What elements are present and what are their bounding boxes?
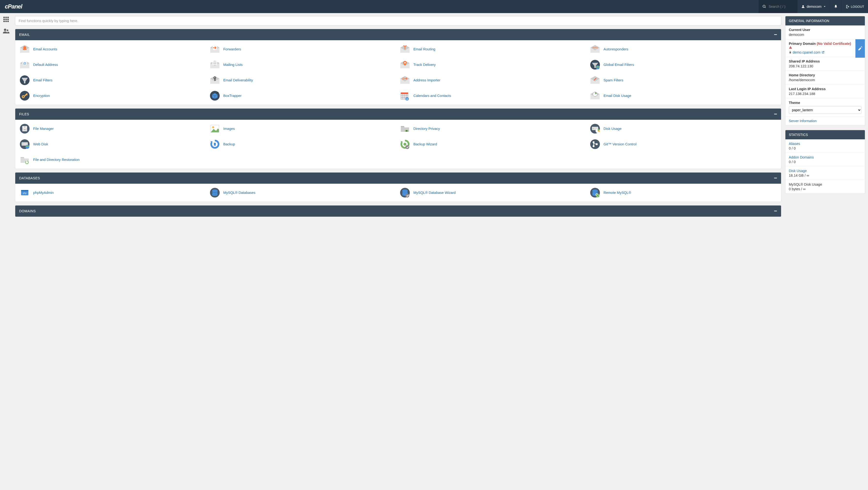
app-email-disk-usage[interactable]: Email Disk Usage: [589, 90, 777, 101]
app-phpmyadmin[interactable]: phpphpMyAdmin: [19, 187, 207, 198]
app-label: Email Accounts: [33, 47, 57, 51]
app-calendars-contacts[interactable]: @Calendars and Contacts: [399, 90, 587, 101]
svg-rect-8: [7, 19, 8, 20]
app-global-email-filters[interactable]: Global Email Filters: [589, 59, 777, 70]
svg-rect-51: [24, 129, 25, 130]
svg-rect-11: [7, 21, 8, 22]
lock-icon: [789, 50, 793, 54]
app-directory-privacy[interactable]: Directory Privacy: [399, 123, 587, 134]
theme-select[interactable]: paper_lantern: [789, 106, 862, 114]
app-disk-usage[interactable]: Disk Usage: [589, 123, 777, 134]
sidebar-home[interactable]: [2, 16, 10, 23]
picture-icon: [209, 123, 220, 134]
app-label: Email Disk Usage: [603, 94, 631, 98]
panel-header-email[interactable]: EMAIL −: [15, 29, 781, 40]
svg-text:@: @: [406, 98, 408, 100]
server-info-link[interactable]: Server Information: [789, 119, 817, 123]
sidebar-users[interactable]: [2, 27, 10, 35]
app-boxtrapper[interactable]: BoxTrapper: [209, 90, 397, 101]
disk-pie-icon: [589, 123, 600, 134]
disk-globe-icon: [19, 139, 30, 150]
app-label: Default Address: [33, 63, 58, 67]
search-icon: [763, 5, 766, 8]
app-label: Directory Privacy: [413, 127, 440, 131]
svg-point-65: [403, 143, 406, 146]
app-mailing-lists[interactable]: Mailing Lists: [209, 59, 397, 70]
collapse-icon[interactable]: −: [774, 112, 777, 117]
svg-point-82: [405, 194, 409, 198]
logout-icon: [846, 5, 849, 8]
external-link-icon[interactable]: [822, 50, 825, 54]
app-address-importer[interactable]: @Address Importer: [399, 75, 587, 86]
app-file-restoration[interactable]: File and Directory Restoration: [19, 154, 207, 165]
shared-ip-label: Shared IP Address: [789, 59, 862, 63]
app-backup-wizard[interactable]: Backup Wizard: [399, 139, 587, 150]
stat-addon-label[interactable]: Addon Domains: [789, 155, 862, 159]
panel-email: EMAIL − Email Accounts Forwarders Email …: [15, 29, 781, 105]
panel-title: FILES: [19, 112, 29, 116]
svg-rect-7: [5, 19, 6, 20]
app-label: Email Routing: [413, 47, 435, 51]
panel-header-domains[interactable]: DOMAINS −: [15, 205, 781, 217]
app-email-accounts[interactable]: Email Accounts: [19, 44, 207, 55]
app-forwarders[interactable]: Forwarders: [209, 44, 397, 55]
app-email-deliverability[interactable]: Email Deliverability: [209, 75, 397, 86]
app-mysql-databases[interactable]: MySQL® Databases: [209, 187, 397, 198]
ssl-settings-button[interactable]: [856, 39, 865, 58]
wrench-icon: [858, 46, 863, 51]
app-mysql-wizard[interactable]: MySQL® Database Wizard: [399, 187, 587, 198]
svg-point-34: [23, 96, 24, 97]
panel-header-databases[interactable]: DATABASES −: [15, 173, 781, 184]
chevron-down-icon: [824, 5, 826, 8]
primary-domain-label: Primary Domain (No Valid Certificate): [789, 42, 853, 50]
svg-rect-73: [21, 190, 28, 191]
app-label: File Manager: [33, 127, 54, 131]
logout-button[interactable]: LOGOUT: [842, 0, 868, 13]
app-track-delivery[interactable]: Track Delivery: [399, 59, 587, 70]
quick-search-input[interactable]: [15, 16, 781, 25]
app-backup[interactable]: Backup: [209, 139, 397, 150]
app-label: Email Deliverability: [223, 78, 253, 82]
no-cert-warning: (No Valid Certificate): [817, 42, 851, 46]
app-images[interactable]: Images: [209, 123, 397, 134]
topbar-search[interactable]: [758, 0, 797, 13]
stat-mysql-label: MySQL® Disk Usage: [789, 182, 862, 186]
envelope-pencil-icon: [589, 75, 600, 86]
app-web-disk[interactable]: Web Disk: [19, 139, 207, 150]
panel-files: FILES − File Manager Images Directory Pr…: [15, 108, 781, 169]
topbar-search-input[interactable]: [769, 5, 793, 8]
logo[interactable]: cPanel: [0, 3, 27, 10]
svg-rect-9: [3, 21, 5, 22]
last-login-value: 217.138.234.188: [789, 92, 862, 96]
content-area: EMAIL − Email Accounts Forwarders Email …: [15, 16, 781, 220]
user-menu[interactable]: democom: [797, 0, 830, 13]
collapse-icon[interactable]: −: [774, 175, 777, 181]
app-default-address[interactable]: @Default Address: [19, 59, 207, 70]
logout-text: LOGOUT: [851, 5, 864, 8]
app-label: phpMyAdmin: [33, 191, 54, 195]
app-label: Forwarders: [223, 47, 241, 51]
panel-databases: DATABASES − phpphpMyAdmin MySQL® Databas…: [15, 172, 781, 202]
app-encryption[interactable]: Encryption: [19, 90, 207, 101]
panel-title: DOMAINS: [19, 209, 36, 213]
app-file-manager[interactable]: File Manager: [19, 123, 207, 134]
app-label: Calendars and Contacts: [413, 94, 451, 98]
primary-domain-link[interactable]: demo.cpanel.com: [793, 50, 820, 54]
backup-arrow-icon: [209, 139, 220, 150]
app-spam-filters[interactable]: Spam Filters: [589, 75, 777, 86]
stat-disk-value: 18.14 GB / ∞: [789, 174, 862, 177]
app-remote-mysql[interactable]: Remote MySQL®: [589, 187, 777, 198]
svg-point-66: [405, 145, 409, 149]
app-email-filters[interactable]: Email Filters: [19, 75, 207, 86]
panel-header-files[interactable]: FILES −: [15, 109, 781, 120]
stat-aliases-label[interactable]: Aliases: [789, 142, 862, 146]
svg-point-70: [596, 143, 598, 145]
stat-disk-label[interactable]: Disk Usage: [789, 169, 862, 173]
app-git[interactable]: Git™ Version Control: [589, 139, 777, 150]
app-email-routing[interactable]: Email Routing: [399, 44, 587, 55]
notifications-button[interactable]: [830, 0, 842, 13]
collapse-icon[interactable]: −: [774, 208, 777, 214]
app-autoresponders[interactable]: AUTOAutoresponders: [589, 44, 777, 55]
grid-icon: [3, 16, 9, 23]
collapse-icon[interactable]: −: [774, 32, 777, 37]
